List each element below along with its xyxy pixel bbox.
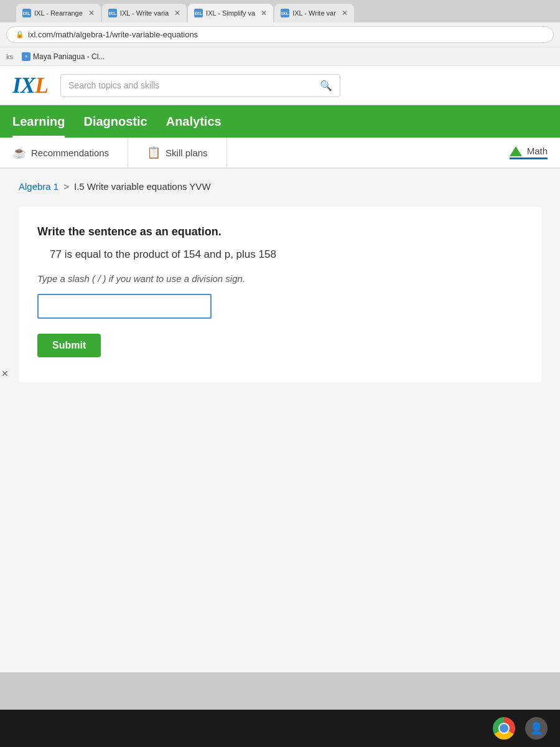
lock-icon: 🔒 — [16, 31, 24, 39]
breadcrumb-current: I.5 Write variable equations YVW — [74, 181, 211, 192]
tab-2-favicon: IXL — [108, 9, 117, 17]
nav-item-learning[interactable]: Learning — [12, 106, 65, 138]
breadcrumb-parent[interactable]: Algebra 1 — [19, 181, 58, 192]
breadcrumb: Algebra 1 > I.5 Write variable equations… — [19, 181, 541, 192]
watermark-area: Type a slash ( / ) if you want to use a … — [37, 273, 523, 284]
math-label: Math — [527, 146, 548, 156]
tab-3-close[interactable]: ✕ — [261, 9, 267, 17]
bookmarks-label: ks — [6, 53, 13, 60]
tab-1-label: IXL - Rearrange — [34, 9, 83, 17]
search-placeholder-text: Search topics and skills — [68, 80, 159, 90]
ixl-header: IXL Search topics and skills 🔍 — [0, 66, 560, 105]
tab-3[interactable]: IXL IXL - Simplify va ✕ — [188, 4, 273, 22]
tab-bar: ✕ IXL IXL - Rearrange ✕ IXL IXL - Write … — [0, 0, 560, 22]
bookmark-maya[interactable]: ≡ Maya Paniagua - Cl... — [22, 52, 105, 61]
tab-4-label: IXL - Write var — [292, 9, 336, 17]
subnav-math[interactable]: Math — [510, 146, 548, 159]
breadcrumb-separator: > — [63, 181, 69, 192]
recommendations-label: Recommendations — [31, 148, 109, 158]
chrome-icon[interactable] — [493, 717, 515, 740]
tab-2-label: IXL - Write varia — [120, 9, 169, 17]
address-text: ixl.com/math/algebra-1/write-variable-eq… — [28, 30, 198, 39]
nav-bar: Learning Diagnostic Analytics — [0, 105, 560, 138]
tab-2[interactable]: IXL IXL - Write varia ✕ — [102, 4, 187, 22]
tab-4-close[interactable]: ✕ — [342, 9, 348, 17]
nav-item-diagnostic[interactable]: Diagnostic — [83, 106, 147, 138]
main-content: Algebra 1 > I.5 Write variable equations… — [0, 169, 560, 395]
nav-label-learning: Learning — [12, 115, 65, 128]
address-bar-row: 🔒 ixl.com/math/algebra-1/write-variable-… — [0, 22, 560, 47]
tab-1[interactable]: IXL IXL - Rearrange ✕ — [16, 4, 101, 22]
skillplans-label: Skill plans — [166, 148, 208, 158]
subnav-skillplans[interactable]: 📋 Skill plans — [147, 138, 227, 167]
math-triangle-icon — [510, 146, 522, 156]
question-text: 77 is equal to the product of 154 and p,… — [37, 248, 523, 261]
tab-1-favicon: IXL — [22, 9, 31, 17]
answer-input[interactable] — [37, 294, 212, 319]
bookmark-favicon: ≡ — [22, 52, 30, 61]
search-bar[interactable]: Search topics and skills 🔍 — [60, 74, 340, 97]
tab-2-close[interactable]: ✕ — [174, 9, 180, 17]
ixl-logo: IXL — [12, 72, 48, 98]
user-icon[interactable]: 👤 — [525, 717, 548, 740]
address-bar[interactable]: 🔒 ixl.com/math/algebra-1/write-variable-… — [6, 26, 554, 43]
subnav-recommendations[interactable]: ☕ Recommendations — [12, 138, 128, 167]
submit-button[interactable]: Submit — [37, 334, 101, 357]
search-icon: 🔍 — [320, 80, 332, 92]
tab-4-favicon: IXL — [281, 9, 289, 17]
bookmarks-bar: ks ≡ Maya Paniagua - Cl... — [0, 47, 560, 66]
nav-label-analytics: Analytics — [166, 115, 222, 128]
nav-label-diagnostic: Diagnostic — [83, 115, 147, 128]
question-instruction: Write the sentence as an equation. — [37, 225, 523, 238]
bookmark-label: Maya Paniagua - Cl... — [33, 52, 105, 61]
question-card: Write the sentence as an equation. 77 is… — [19, 207, 541, 382]
tab-3-favicon: IXL — [194, 9, 203, 17]
nav-item-analytics[interactable]: Analytics — [166, 106, 222, 138]
page-content: IXL Search topics and skills 🔍 Learning … — [0, 66, 560, 672]
close-browser-button[interactable]: ✕ — [1, 369, 9, 378]
skillplans-icon: 📋 — [147, 146, 161, 159]
question-hint: Type a slash ( / ) if you want to use a … — [37, 273, 523, 284]
tab-1-close[interactable]: ✕ — [88, 9, 95, 17]
tab-4[interactable]: IXL IXL - Write var ✕ — [274, 4, 354, 22]
sub-nav: ☕ Recommendations 📋 Skill plans Math — [0, 138, 560, 169]
tab-3-label: IXL - Simplify va — [206, 9, 255, 17]
taskbar: 👤 — [0, 710, 560, 747]
browser-window: ✕ IXL IXL - Rearrange ✕ IXL IXL - Write … — [0, 0, 560, 66]
recommendations-icon: ☕ — [12, 146, 26, 159]
